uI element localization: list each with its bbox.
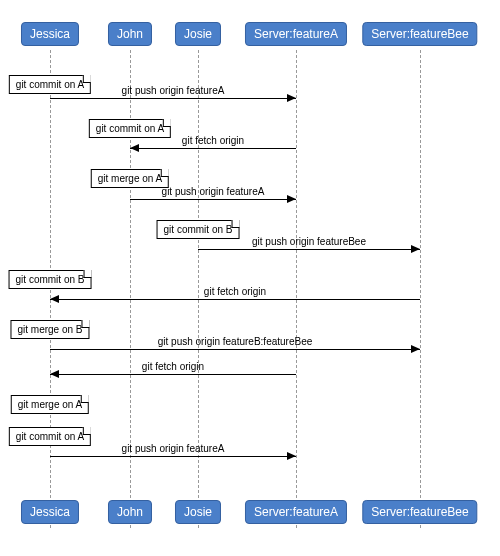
message-label-3: git fetch origin (182, 135, 244, 146)
message-line-7 (198, 249, 420, 250)
message-arrowhead-11 (411, 345, 420, 353)
message-label-5: git push origin featureA (162, 186, 265, 197)
message-label-9: git fetch origin (204, 286, 266, 297)
note-8: git commit on B (9, 270, 92, 289)
participant-top-featureBee: Server:featureBee (362, 22, 477, 46)
message-arrowhead-3 (130, 144, 139, 152)
note-4: git merge on A (91, 169, 169, 188)
note-2: git commit on A (89, 119, 171, 138)
participant-top-jessica: Jessica (21, 22, 79, 46)
message-label-15: git push origin featureA (122, 443, 225, 454)
message-line-9 (50, 299, 420, 300)
message-line-1 (50, 98, 296, 99)
participant-bottom-john: John (108, 500, 152, 524)
participant-bottom-featureBee: Server:featureBee (362, 500, 477, 524)
message-arrowhead-12 (50, 370, 59, 378)
message-label-12: git fetch origin (142, 361, 204, 372)
note-14: git commit on A (9, 427, 91, 446)
participant-bottom-featureA: Server:featureA (245, 500, 347, 524)
participant-bottom-jessica: Jessica (21, 500, 79, 524)
sequence-diagram: JessicaJohnJosieServer:featureAServer:fe… (0, 0, 500, 556)
lifeline-featureA (296, 50, 297, 528)
message-arrowhead-9 (50, 295, 59, 303)
note-10: git merge on B (10, 320, 89, 339)
lifeline-featureBee (420, 50, 421, 528)
participant-bottom-josie: Josie (175, 500, 221, 524)
message-arrowhead-15 (287, 452, 296, 460)
note-13: git merge on A (11, 395, 89, 414)
message-label-1: git push origin featureA (122, 85, 225, 96)
message-line-3 (130, 148, 296, 149)
participant-top-john: John (108, 22, 152, 46)
message-arrowhead-7 (411, 245, 420, 253)
message-arrowhead-1 (287, 94, 296, 102)
message-line-12 (50, 374, 296, 375)
participant-top-josie: Josie (175, 22, 221, 46)
message-line-5 (130, 199, 296, 200)
message-label-7: git push origin featureBee (252, 236, 366, 247)
message-line-11 (50, 349, 420, 350)
message-label-11: git push origin featureB:featureBee (158, 336, 313, 347)
message-arrowhead-5 (287, 195, 296, 203)
note-0: git commit on A (9, 75, 91, 94)
note-6: git commit on B (157, 220, 240, 239)
participant-top-featureA: Server:featureA (245, 22, 347, 46)
message-line-15 (50, 456, 296, 457)
